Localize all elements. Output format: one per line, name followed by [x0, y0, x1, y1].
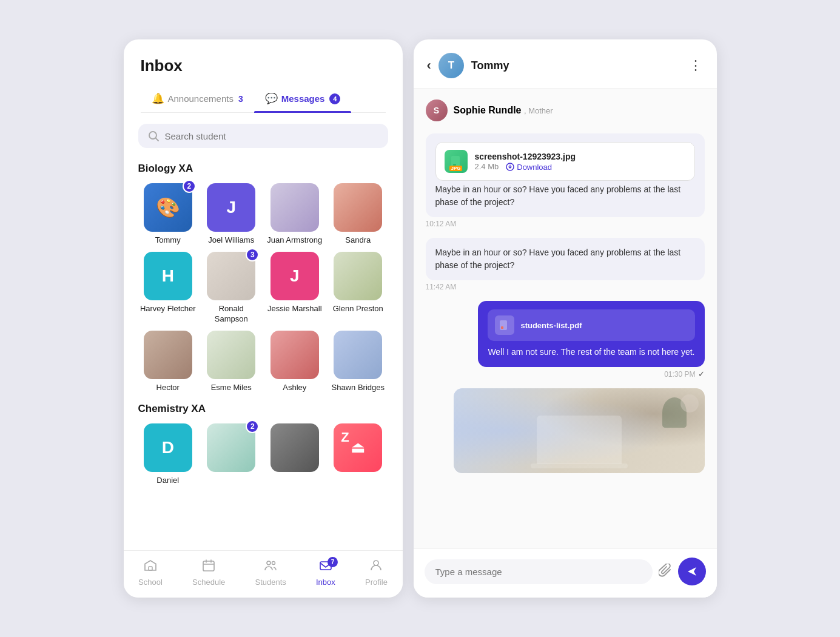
sender-avatar: S — [426, 99, 448, 121]
tab-announcements[interactable]: 🔔 Announcements 3 — [141, 86, 254, 112]
inbox-badge: 7 — [328, 557, 338, 567]
svg-point-10 — [374, 561, 378, 565]
nav-schedule[interactable]: Schedule — [192, 558, 225, 587]
svg-line-1 — [156, 138, 158, 141]
nav-inbox[interactable]: 7 Inbox — [316, 558, 335, 587]
svg-rect-3 — [203, 561, 214, 571]
list-item[interactable]: 🎨 2 Tommy — [138, 183, 198, 246]
tab-messages[interactable]: 💬 Messages 4 — [254, 86, 352, 112]
message-item: Maybe in an hour or so? Have you faced a… — [426, 238, 705, 291]
student-name: Joel Williams — [208, 235, 254, 246]
sent-file-name: students-list.pdf — [520, 321, 582, 330]
student-name: Jessie Marshall — [267, 304, 322, 314]
send-button[interactable] — [678, 558, 706, 585]
list-item[interactable]: Hector — [138, 331, 198, 393]
message-time: 10:12 AM — [426, 220, 705, 228]
chat-contact-name: Tommy — [471, 59, 682, 72]
list-item[interactable]: Esme Miles — [201, 331, 261, 393]
chat-input-row — [414, 548, 717, 598]
avatar: 3 — [207, 252, 255, 300]
message-text: Maybe in an hour or so? Have you faced a… — [435, 183, 695, 209]
avatar: 🎨 2 — [144, 183, 192, 232]
group-label-chemistry: Chemistry XA — [138, 403, 388, 415]
svg-point-7 — [267, 561, 270, 565]
svg-rect-2 — [149, 567, 152, 570]
chat-contact-avatar: T — [438, 53, 464, 78]
list-item[interactable]: J Jessie Marshall — [265, 252, 325, 325]
message-bubble: JPG screenshot-12923923.jpg 2.4 Mb Downl… — [426, 133, 705, 217]
svg-point-8 — [272, 562, 275, 565]
ppt-icon — [495, 315, 514, 335]
list-item[interactable]: Glenn Preston — [328, 252, 388, 325]
download-link[interactable]: Download — [506, 163, 552, 172]
student-name: Tommy — [155, 235, 181, 246]
more-options-button[interactable]: ⋮ — [689, 58, 704, 73]
image-message — [454, 388, 705, 473]
avatar: H — [144, 252, 192, 300]
file-attachment[interactable]: JPG screenshot-12923923.jpg 2.4 Mb Downl… — [435, 142, 695, 181]
avatar — [270, 183, 319, 232]
student-name: Daniel — [156, 476, 179, 486]
inbox-icon: 7 — [318, 558, 333, 575]
message-bubble: Maybe in an hour or so? Have you faced a… — [426, 238, 705, 280]
message-text: Well I am not sure. The rest of the team… — [488, 346, 694, 359]
nav-school[interactable]: School — [138, 558, 163, 587]
message-item — [426, 388, 705, 473]
search-wrap — [124, 113, 403, 153]
file-size: 2.4 Mb — [475, 162, 499, 171]
sent-file: students-list.pdf — [488, 309, 694, 341]
message-input[interactable] — [425, 559, 653, 584]
avatar: Z ⏏ — [334, 423, 382, 472]
student-name: Shawn Bridges — [332, 383, 385, 393]
list-item[interactable]: D Daniel — [138, 423, 198, 486]
student-name: Ashley — [283, 383, 306, 393]
avatar — [270, 331, 319, 379]
school-icon — [143, 558, 158, 575]
schedule-icon — [201, 558, 216, 575]
avatar — [334, 331, 382, 379]
message-text: Maybe in an hour or so? Have you faced a… — [435, 246, 695, 272]
list-item[interactable]: J Joel Williams — [201, 183, 261, 246]
avatar: D — [144, 423, 192, 472]
search-input[interactable] — [165, 131, 378, 141]
student-name: Harvey Fletcher — [140, 304, 196, 314]
file-name: screenshot-12923923.jpg — [475, 152, 576, 161]
svg-point-0 — [149, 132, 156, 139]
inbox-title: Inbox — [141, 56, 386, 75]
message-bubble-sent: students-list.pdf Well I am not sure. Th… — [478, 301, 704, 367]
biology-row1: 🎨 2 Tommy J Joel Williams — [138, 183, 388, 246]
list-item[interactable]: Ashley — [265, 331, 325, 393]
list-item[interactable]: Juan Armstrong — [265, 183, 325, 246]
attach-button[interactable] — [659, 564, 672, 580]
student-badge: 2 — [183, 180, 196, 193]
sender-row: S Sophie Rundle , Mother — [426, 99, 705, 121]
svg-rect-15 — [501, 326, 503, 329]
file-icon: JPG — [445, 150, 468, 173]
list-item[interactable]: Sandra — [328, 183, 388, 246]
avatar: J — [207, 183, 255, 232]
list-item[interactable]: H Harvey Fletcher — [138, 252, 198, 325]
nav-profile[interactable]: Profile — [365, 558, 388, 587]
chat-header: ‹ T Tommy ⋮ — [414, 39, 717, 89]
tabs-row: 🔔 Announcements 3 💬 Messages 4 — [141, 86, 386, 113]
inbox-panel: Inbox 🔔 Announcements 3 💬 Messages 4 — [124, 39, 403, 598]
list-item[interactable]: Z ⏏ — [328, 423, 388, 486]
avatar: J — [270, 252, 319, 300]
list-item[interactable] — [265, 423, 325, 486]
check-icon: ✓ — [698, 369, 705, 379]
message-time: 11:42 AM — [426, 283, 705, 291]
avatar — [334, 252, 382, 300]
back-button[interactable]: ‹ — [427, 58, 431, 73]
avatar — [334, 183, 382, 232]
students-icon — [263, 558, 278, 575]
list-item[interactable]: 3 Ronald Sampson — [201, 252, 261, 325]
student-name: Juan Armstrong — [267, 235, 322, 246]
filter-icon: ⏏ — [351, 438, 366, 457]
list-item[interactable]: 2 — [201, 423, 261, 486]
inbox-header: Inbox 🔔 Announcements 3 💬 Messages 4 — [124, 39, 403, 113]
nav-students[interactable]: Students — [255, 558, 286, 587]
nav-students-label: Students — [255, 578, 286, 587]
profile-icon — [369, 558, 383, 575]
list-item[interactable]: Shawn Bridges — [328, 331, 388, 393]
student-badge: 2 — [246, 420, 259, 433]
